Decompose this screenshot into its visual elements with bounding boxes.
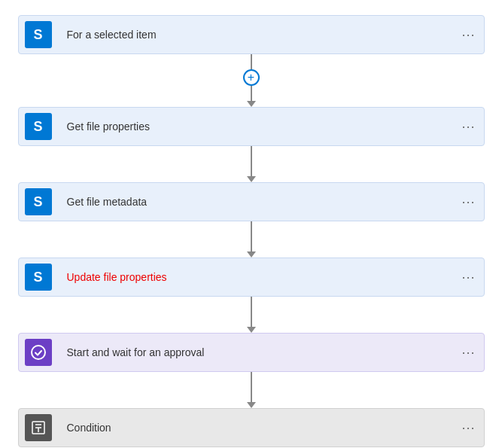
step-more-6[interactable]: ··· <box>454 420 484 436</box>
sharepoint-icon-1: S <box>25 21 52 48</box>
step-more-2[interactable]: ··· <box>454 119 484 135</box>
add-step-button-1[interactable]: + <box>243 69 260 86</box>
svg-point-0 <box>32 346 45 359</box>
connector-arrow-1 <box>247 101 256 107</box>
connector-line-2 <box>251 146 252 161</box>
connector-line-4b <box>251 312 252 327</box>
step-more-3[interactable]: ··· <box>454 194 484 210</box>
step-icon-1: S <box>19 15 58 54</box>
step-label-2: Get file properties <box>58 120 454 133</box>
step-card-4[interactable]: S Update file properties ··· <box>18 258 485 297</box>
connector-line-5b <box>251 387 252 402</box>
connector-line-top-1 <box>251 54 252 69</box>
connector-line-3b <box>251 236 252 251</box>
step-label-6: Condition <box>58 422 454 434</box>
step-more-1[interactable]: ··· <box>454 27 484 43</box>
step-icon-3: S <box>19 182 58 221</box>
step-card-5[interactable]: Start and wait for an approval ··· <box>18 333 485 372</box>
connector-line-5 <box>251 372 252 387</box>
step-more-4[interactable]: ··· <box>454 270 484 285</box>
connector-line-3 <box>251 221 252 236</box>
connector-2 <box>247 146 256 182</box>
connector-arrow-5 <box>247 402 256 408</box>
connector-line-bottom-1 <box>251 86 252 101</box>
step-icon-4: S <box>19 258 58 297</box>
step-more-5[interactable]: ··· <box>454 345 484 361</box>
sharepoint-icon-4: S <box>25 264 52 291</box>
approval-icon-5 <box>25 339 52 366</box>
flow-container: S For a selected item ··· + S Get file p… <box>18 15 485 448</box>
step-label-3: Get file metadata <box>58 196 454 208</box>
step-card-2[interactable]: S Get file properties ··· <box>18 107 485 146</box>
connector-5 <box>247 372 256 408</box>
connector-line-2b <box>251 161 252 176</box>
step-card-6[interactable]: Condition ··· <box>18 408 485 447</box>
connector-arrow-3 <box>247 251 256 258</box>
step-icon-5 <box>19 333 58 372</box>
step-card-3[interactable]: S Get file metadata ··· <box>18 182 485 221</box>
condition-icon-6 <box>25 414 52 441</box>
sharepoint-icon-3: S <box>25 188 52 215</box>
step-card-1[interactable]: S For a selected item ··· <box>18 15 485 54</box>
connector-3 <box>247 221 256 258</box>
connector-1: + <box>243 54 260 107</box>
step-label-5: Start and wait for an approval <box>58 346 454 358</box>
step-icon-2: S <box>19 107 58 146</box>
connector-line-4 <box>251 297 252 312</box>
step-icon-6 <box>19 408 58 447</box>
connector-arrow-2 <box>247 176 256 182</box>
connector-4 <box>247 297 256 333</box>
step-label-1: For a selected item <box>58 29 454 41</box>
sharepoint-icon-2: S <box>25 113 52 140</box>
step-label-4: Update file properties <box>58 271 454 283</box>
connector-arrow-4 <box>247 327 256 333</box>
